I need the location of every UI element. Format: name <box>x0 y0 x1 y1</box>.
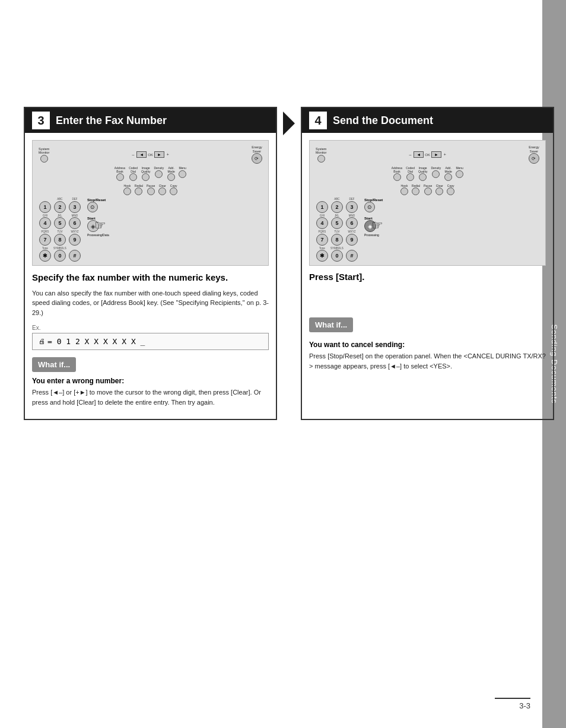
key-star-3[interactable]: ✱ <box>39 250 51 262</box>
top-controls-3: SystemMonitor – ◄ OK ► + EnergySaver <box>39 145 262 164</box>
nav-right-4[interactable]: ► <box>431 151 441 158</box>
step4-title: Send the Document <box>333 115 433 127</box>
energy-saver-4: EnergySaver ⟳ <box>529 145 539 164</box>
hand-icon-3: ☞ <box>94 219 106 232</box>
key-star-4[interactable]: ✱ <box>316 250 328 262</box>
key-5-3[interactable]: 5 <box>54 217 66 229</box>
key-2-3[interactable]: 2 <box>54 201 66 213</box>
key-9-3[interactable]: 9 <box>69 234 81 246</box>
clear-btn-4[interactable] <box>435 187 443 195</box>
mid-row2-3: Hook Redial Pause Clear <box>39 184 262 195</box>
hand-icon-4: ☞ <box>371 219 383 232</box>
page-container: Sending Documents 3 Enter the Fax Number… <box>0 0 566 728</box>
coded-dial-3: CodedDial <box>129 167 138 181</box>
key-1-4[interactable]: 1 <box>316 201 328 213</box>
key-7-4[interactable]: 7 <box>316 234 328 246</box>
keypad-3: 1 ABC 2 DEF 3 GHI <box>39 198 81 262</box>
key-1-cell-3: 1 <box>39 198 52 213</box>
step3-header: 3 Enter the Fax Number <box>25 108 276 133</box>
pause-btn-4[interactable] <box>424 187 432 195</box>
mid-row-3: AddressBook CodedDial ImageQuality <box>39 167 262 181</box>
step4-body: SystemMonitor – ◄ OK ► + EnergySaver <box>302 133 553 378</box>
whatif-label-4: What if... <box>309 317 353 332</box>
addr-btn-3[interactable] <box>116 173 124 181</box>
menu-btn-4[interactable] <box>456 170 463 178</box>
energy-label-4: EnergySaver <box>529 145 539 153</box>
hook-btn-3[interactable] <box>123 187 131 195</box>
pause-btn-3[interactable] <box>147 187 155 195</box>
key-6-3[interactable]: 6 <box>69 217 81 229</box>
redial-btn-3[interactable] <box>135 187 142 195</box>
address-book-3: AddressBook <box>115 167 125 181</box>
key-3-3[interactable]: 3 <box>69 201 81 213</box>
energy-btn-3[interactable]: ⟳ <box>252 153 262 164</box>
energy-btn-4[interactable]: ⟳ <box>529 153 539 164</box>
bottom-section-4: 1 ABC 2 DEF 3 GHI <box>316 198 539 262</box>
image-btn-4[interactable] <box>419 173 427 181</box>
copy-btn-4[interactable] <box>447 187 454 195</box>
whatif-problem-3: You enter a wrong number: <box>32 377 269 385</box>
menu-btn-3[interactable] <box>179 170 186 178</box>
nav-right-3[interactable]: ► <box>154 151 164 158</box>
whatif-problem-4: You want to cancel sending: <box>309 341 546 349</box>
start-area-3: Start ◈ ☞ Processing/Data <box>87 217 109 237</box>
key-hash-4[interactable]: # <box>346 250 358 262</box>
step3-panel: 3 Enter the Fax Number SystemMonitor – ◄ <box>24 107 277 420</box>
key-4-cell-3: GHI 4 <box>39 215 52 230</box>
start-btn-wrapper-3: ◈ ☞ <box>87 220 99 232</box>
coded-btn-3[interactable] <box>129 173 137 181</box>
key-8-cell-3: TUV 8 <box>53 231 66 246</box>
key-7-3[interactable]: 7 <box>39 234 51 246</box>
step4-number: 4 <box>309 112 327 129</box>
key-hash-cell-3: # <box>68 247 81 262</box>
sys-mon-btn-4[interactable] <box>317 155 325 163</box>
key-8-4[interactable]: 8 <box>331 234 343 246</box>
nav-center-4: – ◄ OK ► + <box>408 151 447 158</box>
key-8-3[interactable]: 8 <box>54 234 66 246</box>
stop-reset-btn-4[interactable]: ⊙ <box>364 202 375 212</box>
copy-btn-3[interactable] <box>170 187 177 195</box>
key-5-cell-3: JKL 5 <box>53 215 66 230</box>
sys-mon-btn-3[interactable] <box>40 155 48 163</box>
addmode-btn-4[interactable] <box>444 173 452 181</box>
density-btn-3[interactable] <box>155 170 163 178</box>
key-6-cell-3: MNO 6 <box>68 215 81 230</box>
nav-center-3: – ◄ OK ► + <box>131 151 170 158</box>
press-start-text: Press [Start]. <box>309 272 546 282</box>
redial-btn-4[interactable] <box>412 187 419 195</box>
key-7-cell-3: PQRS 7 <box>39 231 52 246</box>
key-0-3[interactable]: 0 <box>54 250 66 262</box>
key-hash-3[interactable]: # <box>69 250 81 262</box>
key-2-cell-3: ABC 2 <box>53 198 66 213</box>
stop-reset-btn-3[interactable]: ⊙ <box>87 202 98 212</box>
processing-label-3: Processing/Data <box>87 233 109 237</box>
density-btn-4[interactable] <box>432 170 440 178</box>
start-area-4: Start ◈ ☞ Processing <box>364 217 379 237</box>
key-1-3[interactable]: 1 <box>39 201 51 213</box>
key-9-4[interactable]: 9 <box>346 234 358 246</box>
copy-3: Copy <box>170 184 177 195</box>
key-2-4[interactable]: 2 <box>331 201 343 213</box>
addr-btn-4[interactable] <box>393 173 401 181</box>
key-4-4[interactable]: 4 <box>316 217 328 229</box>
key-0-4[interactable]: 0 <box>331 250 343 262</box>
example-label-3: Ex. <box>32 325 269 331</box>
whatif-solution-4: Press [Stop/Reset] on the operation pane… <box>309 351 546 371</box>
step4-fax-diagram: SystemMonitor – ◄ OK ► + EnergySaver <box>309 140 546 266</box>
clear-btn-3[interactable] <box>158 187 166 195</box>
image-btn-3[interactable] <box>142 173 150 181</box>
addmode-btn-3[interactable] <box>167 173 175 181</box>
stop-reset-area-3: Stop/Reset ⊙ <box>87 198 106 212</box>
key-3-4[interactable]: 3 <box>346 201 358 213</box>
example-display-3: 🖨 = 0 1 2 X X X X X X _ <box>32 333 269 350</box>
nav-left-4[interactable]: ◄ <box>414 151 424 158</box>
nav-left-3[interactable]: ◄ <box>136 151 147 158</box>
coded-btn-4[interactable] <box>406 173 414 181</box>
key-5-4[interactable]: 5 <box>331 217 343 229</box>
sys-mon-label-4: SystemMonitor <box>316 147 326 155</box>
hook-btn-4[interactable] <box>400 187 408 195</box>
key-4-3[interactable]: 4 <box>39 217 51 229</box>
step3-section-title: Specify the fax number with the numeric … <box>32 272 269 284</box>
key-6-4[interactable]: 6 <box>346 217 358 229</box>
redial-3: Redial <box>135 184 143 195</box>
